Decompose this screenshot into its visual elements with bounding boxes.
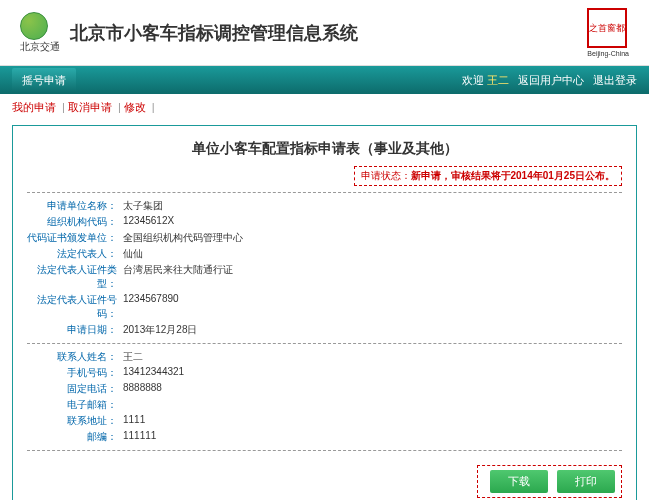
field-value: 111111 [123, 430, 156, 444]
field-row: 电子邮箱： [27, 398, 622, 412]
field-label: 代码证书颁发单位： [27, 231, 123, 245]
subnav-my[interactable]: 我的申请 [12, 101, 56, 113]
seal-subtext: Beijing-China [587, 50, 629, 57]
field-value: 1234567890 [123, 293, 179, 321]
subnav-modify[interactable]: 修改 [124, 101, 146, 113]
user-name: 王二 [487, 74, 509, 86]
seal-badge: 之首窗都 [587, 8, 627, 48]
field-value: 太子集团 [123, 199, 163, 213]
status-value: 新申请，审核结果将于2014年01月25日公布。 [411, 170, 616, 181]
field-row: 联系地址：1111 [27, 414, 622, 428]
back-link[interactable]: 返回用户中心 [518, 74, 584, 86]
field-value: 王二 [123, 350, 143, 364]
field-row: 联系人姓名：王二 [27, 350, 622, 364]
form-title: 单位小客车配置指标申请表（事业及其他） [27, 140, 622, 158]
field-row: 申请日期：2013年12月28日 [27, 323, 622, 337]
status-label: 申请状态： [361, 170, 411, 181]
nav-bar: 摇号申请 欢迎 王二 返回用户中心 退出登录 [0, 66, 649, 94]
field-row: 代码证书颁发单位：全国组织机构代码管理中心 [27, 231, 622, 245]
field-label: 法定代表人： [27, 247, 123, 261]
field-value: 仙仙 [123, 247, 143, 261]
field-label: 联系地址： [27, 414, 123, 428]
logout-link[interactable]: 退出登录 [593, 74, 637, 86]
field-label: 固定电话： [27, 382, 123, 396]
field-label: 邮编： [27, 430, 123, 444]
welcome-text: 欢迎 [462, 74, 484, 86]
field-value: 全国组织机构代码管理中心 [123, 231, 243, 245]
field-row: 申请单位名称：太子集团 [27, 199, 622, 213]
field-label: 联系人姓名： [27, 350, 123, 364]
content-panel: 单位小客车配置指标申请表（事业及其他） 申请状态：新申请，审核结果将于2014年… [12, 125, 637, 500]
field-row: 固定电话：8888888 [27, 382, 622, 396]
nav-tab-lottery[interactable]: 摇号申请 [12, 68, 76, 93]
field-row: 邮编：111111 [27, 430, 622, 444]
field-row: 手机号码：13412344321 [27, 366, 622, 380]
field-value: 1111 [123, 414, 145, 428]
field-row: 组织机构代码：12345612X [27, 215, 622, 229]
header: 北京交通 北京市小客车指标调控管理信息系统 之首窗都 Beijing-China [0, 0, 649, 66]
field-row: 法定代表人证件号码：1234567890 [27, 293, 622, 321]
field-label: 申请日期： [27, 323, 123, 337]
divider [27, 343, 622, 344]
divider [27, 192, 622, 193]
field-row: 法定代表人证件类型：台湾居民来往大陆通行证 [27, 263, 622, 291]
field-row: 法定代表人：仙仙 [27, 247, 622, 261]
logo-subtext: 北京交通 [20, 40, 60, 54]
page-title: 北京市小客车指标调控管理信息系统 [70, 21, 358, 45]
field-value: 台湾居民来往大陆通行证 [123, 263, 233, 291]
sub-nav: 我的申请| 取消申请| 修改| [0, 94, 649, 121]
field-label: 手机号码： [27, 366, 123, 380]
field-label: 组织机构代码： [27, 215, 123, 229]
field-label: 法定代表人证件类型： [27, 263, 123, 291]
field-value: 8888888 [123, 382, 162, 396]
status-box: 申请状态：新申请，审核结果将于2014年01月25日公布。 [354, 166, 623, 186]
button-row: 下载 打印 [477, 465, 622, 498]
field-value: 12345612X [123, 215, 174, 229]
field-label: 申请单位名称： [27, 199, 123, 213]
field-value: 2013年12月28日 [123, 323, 198, 337]
divider [27, 450, 622, 451]
subnav-cancel[interactable]: 取消申请 [68, 101, 112, 113]
download-button[interactable]: 下载 [490, 470, 548, 493]
field-label: 电子邮箱： [27, 398, 123, 412]
print-button[interactable]: 打印 [557, 470, 615, 493]
logo-icon [20, 12, 48, 40]
field-value: 13412344321 [123, 366, 184, 380]
field-label: 法定代表人证件号码： [27, 293, 123, 321]
